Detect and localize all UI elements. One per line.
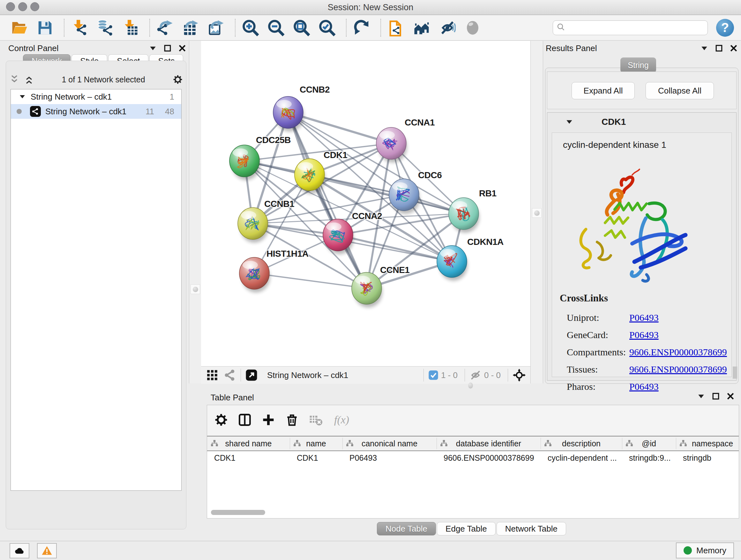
hidden-eye-icon[interactable]: [469, 369, 482, 381]
open-in-window-icon[interactable]: [246, 369, 258, 381]
crosslink-link[interactable]: P06493: [629, 312, 659, 323]
zoom-selected-icon[interactable]: [319, 19, 336, 37]
float-panel-icon[interactable]: [163, 44, 172, 53]
search-input[interactable]: [566, 21, 708, 35]
column-header-description[interactable]: description: [541, 436, 622, 450]
right-splitter[interactable]: [530, 41, 543, 383]
crosslink-link[interactable]: 9606.ENSP00000378699: [629, 347, 727, 358]
crosslink-row: Compartments: 9606.ENSP00000378699: [560, 344, 728, 361]
network-view: CCNB2CCNA1CDC25BCDK1CDC6RB1CCNB1CCNA2CDK…: [201, 41, 530, 383]
column-header--id[interactable]: @id: [622, 436, 676, 450]
column-type-icon: [210, 439, 219, 448]
birdseye-grid-icon[interactable]: [206, 369, 218, 381]
help-icon[interactable]: ?: [716, 19, 734, 37]
column-type-icon: [346, 439, 354, 448]
network-canvas[interactable]: CCNB2CCNA1CDC25BCDK1CDC6RB1CCNB1CCNA2CDK…: [201, 41, 530, 366]
network-node[interactable]: CCNA1: [376, 118, 434, 163]
column-header-database-identifier[interactable]: database identifier: [436, 436, 541, 450]
import-network-database-icon[interactable]: [96, 19, 114, 37]
close-panel-icon[interactable]: [178, 44, 187, 53]
table-float-icon[interactable]: [711, 391, 721, 401]
export-network-icon[interactable]: [156, 19, 174, 37]
string-import-icon[interactable]: [387, 19, 405, 37]
collapse-all-icon[interactable]: [9, 74, 19, 84]
results-menu-icon[interactable]: [699, 44, 709, 53]
show-all-icon[interactable]: [464, 19, 481, 37]
table-row[interactable]: CDK1CDK1P064939606.ENSP00000378699cyclin…: [207, 451, 739, 464]
cloud-status-button[interactable]: [10, 543, 29, 558]
tab-network-table[interactable]: Network Table: [496, 522, 566, 536]
column-header-shared-name[interactable]: shared name: [207, 436, 290, 450]
network-edge[interactable]: [254, 273, 367, 288]
tab-node-table[interactable]: Node Table: [377, 522, 436, 536]
network-node[interactable]: CDC6: [389, 170, 442, 214]
selected-checkbox-icon[interactable]: [428, 370, 439, 380]
tab-string[interactable]: String: [620, 57, 656, 73]
table-hscrollbar[interactable]: [207, 510, 739, 516]
share-network-icon[interactable]: [224, 369, 236, 381]
node-label: CDC6: [418, 170, 442, 180]
export-table-icon[interactable]: [182, 19, 199, 37]
tab-edge-table[interactable]: Edge Table: [437, 522, 495, 536]
expand-all-button[interactable]: Expand All: [571, 82, 635, 99]
export-image-icon[interactable]: [207, 19, 225, 37]
collection-expand-icon[interactable]: [18, 93, 26, 101]
results-scrollbar-thumb[interactable]: [733, 367, 737, 379]
network-node[interactable]: CCNB1: [238, 199, 294, 243]
results-close-icon[interactable]: [729, 44, 738, 53]
table-gear-icon[interactable]: [214, 413, 228, 427]
fit-content-crosshair-icon[interactable]: [513, 368, 526, 382]
network-node[interactable]: CDKN1A: [437, 237, 503, 281]
add-column-icon[interactable]: [261, 413, 275, 427]
network-node[interactable]: CCNE1: [352, 265, 409, 307]
delete-column-icon[interactable]: [285, 413, 299, 427]
left-splitter-grip[interactable]: [191, 285, 200, 294]
left-splitter[interactable]: [189, 41, 202, 383]
main-toolbar: ?: [0, 15, 741, 41]
network-edge[interactable]: [288, 112, 367, 288]
import-network-icon[interactable]: [71, 19, 88, 37]
column-type-icon: [544, 439, 552, 448]
zoom-fit-icon[interactable]: [293, 19, 310, 37]
column-header-canonical-name[interactable]: canonical name: [342, 436, 436, 450]
panel-menu-icon[interactable]: [148, 44, 158, 53]
right-splitter-grip[interactable]: [532, 208, 542, 218]
select-columns-icon[interactable]: [238, 413, 252, 427]
column-header-namespace[interactable]: namespace: [676, 436, 739, 450]
import-table-icon[interactable]: [122, 19, 139, 37]
save-session-icon[interactable]: [37, 19, 54, 37]
zoom-out-icon[interactable]: [267, 19, 285, 37]
open-session-icon[interactable]: [11, 19, 28, 37]
crosslink-label: Compartments:: [567, 347, 629, 358]
refresh-icon[interactable]: [353, 19, 370, 37]
expand-all-icon[interactable]: [24, 74, 34, 84]
column-label: shared name: [225, 439, 272, 448]
gene-collapse-icon[interactable]: [565, 118, 574, 126]
node-label: HIST1H1A: [266, 249, 309, 259]
collapse-all-button[interactable]: Collapse All: [646, 82, 714, 99]
search-box[interactable]: [553, 20, 708, 35]
warning-status-button[interactable]: [37, 543, 57, 558]
network-node[interactable]: HIST1H1A: [239, 249, 309, 293]
network-options-gear-icon[interactable]: [173, 74, 183, 84]
crosslink-link[interactable]: 9606.ENSP00000378699: [629, 364, 727, 375]
crosslink-link[interactable]: P06493: [629, 329, 659, 340]
network-row[interactable]: String Network – cdk1 11 48: [11, 104, 181, 119]
results-float-icon[interactable]: [714, 44, 724, 53]
hide-selected-icon[interactable]: [439, 19, 456, 37]
table-menu-icon[interactable]: [696, 391, 706, 401]
table-panel: Table Panel f(x) shared namenamecanonica…: [202, 387, 741, 541]
network-node[interactable]: CCNB2: [273, 84, 330, 132]
memory-status-dot: [684, 546, 692, 555]
table-cell: P06493: [342, 453, 436, 462]
zoom-in-icon[interactable]: [242, 19, 259, 37]
table-cell: 9606.ENSP00000378699: [436, 453, 541, 462]
table-close-icon[interactable]: [726, 391, 735, 401]
network-node[interactable]: RB1: [449, 188, 496, 233]
memory-button[interactable]: Memory: [676, 543, 734, 558]
gene-section: CDK1 cyclin-dependent kinase 1: [547, 112, 737, 381]
home-legacy-icon[interactable]: [413, 19, 430, 37]
column-header-name[interactable]: name: [290, 436, 342, 450]
network-collection-row[interactable]: String Network – cdk1 1: [11, 89, 181, 104]
table-header-row: shared namenamecanonical namedatabase id…: [207, 436, 739, 451]
